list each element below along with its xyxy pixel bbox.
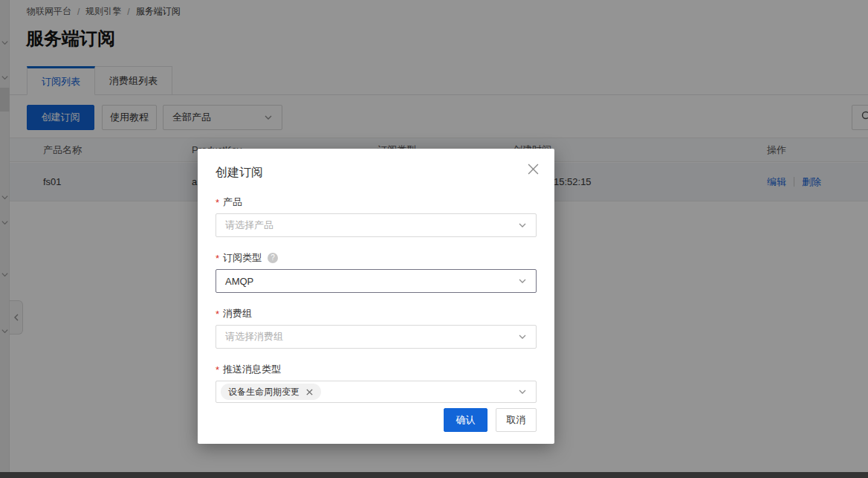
field-product: * 产品 请选择产品 (216, 196, 537, 237)
field-subscription-type-label: * 订阅类型 ? (216, 251, 537, 265)
field-product-label: * 产品 (216, 196, 537, 209)
field-push-message-type: * 推送消息类型 设备生命周期变更 (216, 363, 537, 403)
field-label-text: 消费组 (223, 307, 252, 320)
field-push-message-type-label: * 推送消息类型 (216, 363, 537, 376)
product-select[interactable]: 请选择产品 (216, 213, 537, 237)
iot-console-page: 物联网平台 / 规则引擎 / 服务端订阅 服务端订阅 订阅列表 消费组列表 创建… (0, 0, 868, 478)
chevron-down-icon (518, 332, 527, 341)
field-consumer-group-label: * 消费组 (216, 307, 537, 320)
cancel-button[interactable]: 取消 (496, 408, 537, 432)
create-subscription-modal: 创建订阅 * 产品 请选择产品 * 订阅类型 ? AMQP (198, 149, 554, 444)
consumer-group-select[interactable]: 请选择消费组 (216, 325, 537, 349)
close-icon (528, 164, 539, 178)
field-consumer-group: * 消费组 请选择消费组 (216, 307, 537, 349)
required-mark: * (216, 253, 219, 264)
required-mark: * (216, 309, 219, 320)
help-icon[interactable]: ? (268, 253, 278, 263)
push-message-type-select[interactable]: 设备生命周期变更 (216, 381, 537, 403)
tag-remove-button[interactable] (305, 388, 314, 396)
confirm-button[interactable]: 确认 (444, 408, 488, 432)
subscription-type-select[interactable]: AMQP (216, 269, 537, 293)
modal-footer: 确认 取消 (444, 408, 537, 432)
consumer-group-placeholder: 请选择消费组 (225, 330, 283, 343)
modal-title: 创建订阅 (216, 164, 537, 181)
field-label-text: 推送消息类型 (223, 363, 281, 376)
product-select-placeholder: 请选择产品 (225, 219, 273, 232)
modal-close-button[interactable] (525, 162, 541, 178)
field-label-text: 订阅类型 (223, 251, 262, 265)
subscription-type-value: AMQP (225, 276, 253, 287)
required-mark: * (216, 364, 219, 375)
selected-tag: 设备生命周期变更 (221, 384, 321, 400)
required-mark: * (216, 197, 219, 208)
field-label-text: 产品 (223, 196, 242, 209)
chevron-down-icon (518, 277, 527, 285)
selected-tag-label: 设备生命周期变更 (228, 386, 299, 398)
chevron-down-icon (518, 387, 527, 396)
chevron-down-icon (518, 221, 527, 230)
field-subscription-type: * 订阅类型 ? AMQP (216, 251, 537, 293)
